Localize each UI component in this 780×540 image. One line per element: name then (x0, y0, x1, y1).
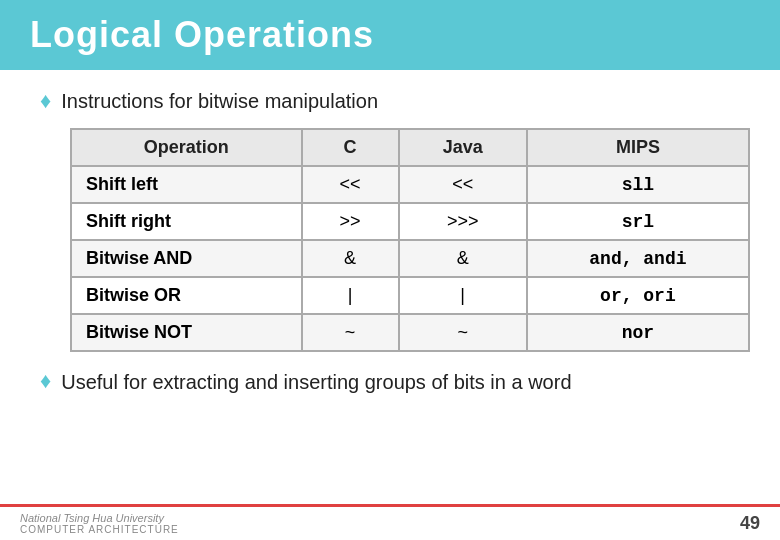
cell-java: ~ (399, 314, 527, 351)
cell-op: Shift right (71, 203, 302, 240)
bullet-icon-2: ♦ (40, 368, 51, 394)
cell-mips: sll (527, 166, 749, 203)
col-operation: Operation (71, 129, 302, 166)
page-footer: National Tsing Hua University COMPUTER A… (0, 504, 780, 540)
bullet-row-2: ♦ Useful for extracting and inserting gr… (40, 368, 740, 396)
cell-java: << (399, 166, 527, 203)
operations-table: Operation C Java MIPS Shift left << << s… (70, 128, 750, 352)
main-content: ♦ Instructions for bitwise manipulation … (0, 70, 780, 420)
table-row: Bitwise OR | | or, ori (71, 277, 749, 314)
cell-java: >>> (399, 203, 527, 240)
footer-page-number: 49 (740, 513, 760, 534)
cell-c: << (302, 166, 399, 203)
cell-op: Shift left (71, 166, 302, 203)
footer-info: National Tsing Hua University COMPUTER A… (20, 512, 179, 535)
cell-op: Bitwise OR (71, 277, 302, 314)
cell-java: & (399, 240, 527, 277)
table-header-row: Operation C Java MIPS (71, 129, 749, 166)
col-java: Java (399, 129, 527, 166)
cell-c: | (302, 277, 399, 314)
footer-department: COMPUTER ARCHITECTURE (20, 524, 179, 535)
cell-mips: nor (527, 314, 749, 351)
cell-c: >> (302, 203, 399, 240)
cell-mips: srl (527, 203, 749, 240)
col-c: C (302, 129, 399, 166)
bullet-text-1: Instructions for bitwise manipulation (61, 88, 378, 114)
col-mips: MIPS (527, 129, 749, 166)
cell-op: Bitwise NOT (71, 314, 302, 351)
table-row: Bitwise AND & & and, andi (71, 240, 749, 277)
bullet-row-1: ♦ Instructions for bitwise manipulation (40, 88, 740, 114)
cell-mips: and, andi (527, 240, 749, 277)
bullet-text-2: Useful for extracting and inserting grou… (61, 368, 571, 396)
cell-op: Bitwise AND (71, 240, 302, 277)
table-row: Shift right >> >>> srl (71, 203, 749, 240)
table-row: Shift left << << sll (71, 166, 749, 203)
page-title: Logical Operations (30, 14, 374, 56)
bullet-icon-1: ♦ (40, 88, 51, 114)
footer-university: National Tsing Hua University (20, 512, 179, 524)
cell-c: ~ (302, 314, 399, 351)
cell-c: & (302, 240, 399, 277)
cell-java: | (399, 277, 527, 314)
operations-table-wrapper: Operation C Java MIPS Shift left << << s… (70, 128, 740, 352)
table-row: Bitwise NOT ~ ~ nor (71, 314, 749, 351)
page-header: Logical Operations (0, 0, 780, 70)
cell-mips: or, ori (527, 277, 749, 314)
